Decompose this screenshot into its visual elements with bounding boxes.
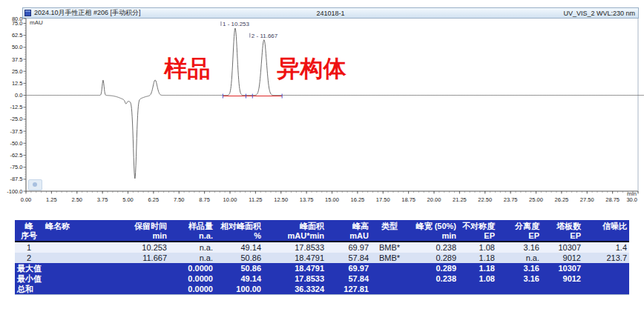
table-cell: 0.0000 [169,263,215,273]
x-tick-label: 22.50 [478,196,492,203]
x-axis-unit: min [627,190,637,197]
table-cell: 0.0000 [169,284,215,295]
x-tick-label: 23.75 [504,196,518,203]
table-cell: n.a. [169,242,215,253]
y-tick-label: 12.5 [12,80,23,87]
table-cell [43,263,110,273]
table-cell: 127.81 [326,284,371,295]
chromatogram-plot[interactable]: 80.075.062.550.037.525.012.50.0-12.5-25.… [0,15,644,206]
x-tick-label: 28.75 [605,196,620,203]
x-tick-label: 5.00 [122,196,134,203]
table-cell: 69.97 [326,242,371,253]
table-cell [583,263,629,273]
table-cell: n.a. [169,253,215,263]
column-header-3[interactable]: 样品量n.a. [169,220,215,242]
watermark-icon [28,179,42,190]
table-cell: 1.4 [583,242,629,253]
table-cell: 213.7 [583,253,629,263]
table-cell: 57.84 [326,273,371,284]
table-cell: 50.86 [215,263,263,273]
column-header-1[interactable]: 峰名称 [43,220,110,242]
column-header-8[interactable]: 峰宽 (50%)min [408,220,459,242]
table-cell: 1.18 [459,253,497,263]
table-cell [583,273,629,284]
y-tick-label: 0.0 [15,92,22,99]
y-tick-label: 50.0 [12,44,23,50]
x-tick-label: 10.00 [223,196,237,203]
table-cell: 18.4791 [263,253,326,263]
chromatography-report-page: 2024.10月手性正相 #206 [手动积分] 241018-1 UV_VIS… [0,0,644,309]
table-cell: 50.86 [215,253,263,263]
y-tick-label: 37.5 [12,56,23,63]
x-tick-label: 13.75 [300,196,314,203]
column-header-7[interactable]: 类型 [371,220,408,242]
x-tick-label: 16.25 [350,196,364,203]
table-cell: 3.16 [497,242,542,253]
table-cell [497,284,542,295]
table-cell: 最小值 [15,273,43,284]
table-cell [110,284,169,295]
table-cell: 3.16 [497,273,542,284]
table-cell [459,284,497,295]
table-cell: 10307 [542,263,583,273]
y-axis-unit: mAU [30,19,43,26]
column-header-4[interactable]: 相对峰面积% [215,220,263,242]
table-cell: 9012 [542,253,583,263]
y-tick-label: 75.0 [12,20,23,27]
table-cell: 1.08 [459,242,497,253]
table-cell [583,284,629,295]
x-tick-label: 8.75 [199,196,210,203]
x-tick-label: 0.00 [21,196,32,203]
table-cell: BMB* [371,253,408,263]
header-row: 峰序号峰名称 保留时间min样品量n.a.相对峰面积%峰面积mAU*min峰高m… [15,220,629,242]
table-cell: 17.8533 [263,273,326,284]
table-cell: 1 [15,242,43,253]
table-cell: 49.14 [215,242,263,253]
table-cell [43,284,110,295]
y-tick-label: -87.5 [10,176,22,182]
annotation-isomer: 异构体 [277,56,347,82]
table-cell: 10.253 [110,242,169,253]
table-cell: 9012 [542,273,583,284]
peak-row-1[interactable]: 110.253n.a.49.1417.853369.97BMB*0.2381.0… [15,242,629,253]
column-header-10[interactable]: 分离度EP [497,220,542,242]
y-tick-label: -50.0 [10,140,22,147]
chromatogram-trace [26,28,644,179]
column-header-11[interactable]: 塔板数EP [542,220,583,242]
summary-row-1[interactable]: 最小值0.000049.1417.853357.840.2381.083.169… [15,273,629,284]
x-tick-label: 7.50 [174,196,185,203]
table-cell [43,242,110,253]
table-cell [110,263,169,273]
table-cell: 17.8533 [263,242,326,253]
table-cell [542,284,583,295]
table-cell: 18.4791 [263,263,326,273]
column-header-5[interactable]: 峰面积mAU*min [263,220,326,242]
x-tick-label: 2.50 [71,196,82,203]
x-tick-label: 18.75 [401,196,415,203]
summary-row-2[interactable]: 总和0.0000100.0036.3324127.81 [15,284,629,295]
x-tick-label: 21.25 [453,196,467,203]
table-cell: 最大值 [15,263,43,273]
column-header-6[interactable]: 峰高mAU [326,220,371,242]
table-cell: 3.16 [497,263,542,273]
y-tick-label: -62.5 [10,152,22,159]
table-cell: 49.14 [215,273,263,284]
peak-row-2[interactable]: 211.667n.a.50.8618.479157.84BMB*0.2891.1… [15,253,629,263]
x-tick-label: 17.50 [376,196,390,203]
column-header-12[interactable]: 信噪比 [583,220,629,242]
table-cell: 总和 [15,284,43,295]
y-tick-label: -75.0 [10,164,22,170]
summary-row-0[interactable]: 最大值0.000050.8618.479169.970.2891.183.161… [15,263,629,273]
column-header-0[interactable]: 峰序号 [15,220,43,242]
column-header-9[interactable]: 不对称度EP [459,220,497,242]
peak-label: 1 - 10.253 [223,21,250,27]
y-tick-label: 62.5 [12,32,23,39]
table-cell: 0.289 [408,253,459,263]
x-tick-label: 25.00 [529,196,543,203]
y-tick-label: 25.0 [12,68,23,75]
table-cell: 0.238 [408,242,459,253]
column-header-2[interactable]: 保留时间min [110,220,169,242]
table-cell [43,273,110,284]
y-tick-label: -12.5 [10,104,22,110]
table-cell: 36.3324 [263,284,326,295]
